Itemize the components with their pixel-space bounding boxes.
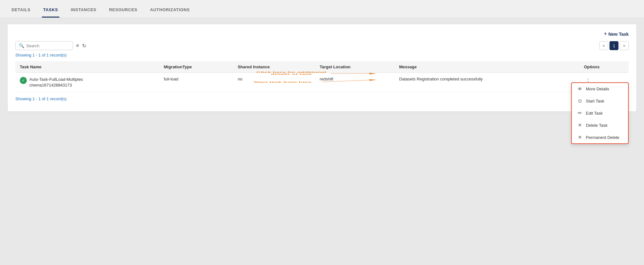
current-page-top[interactable]: 1 (610, 41, 618, 50)
dropdown-start-task[interactable]: ⊙ Start Task (572, 95, 628, 107)
options-cell: ⋮ 👁 More Details ⊙ Start Task (579, 73, 629, 92)
dropdown-more-details[interactable]: 👁 More Details (572, 83, 628, 95)
tasks-card: + New Task 🔍 ≡ ↻ < 1 > Showing 1 - 1 of … (8, 24, 636, 111)
delete-x-icon: ✕ (577, 122, 583, 128)
eye-icon: 👁 (577, 86, 583, 92)
migration-type-cell: full-load (159, 73, 233, 92)
dropdown-delete-task[interactable]: ✕ Delete Task (572, 119, 628, 131)
tab-instances[interactable]: INSTANCES (70, 7, 98, 18)
toolbar: + New Task (15, 31, 629, 37)
dropdown-permanent-delete[interactable]: ✕ Permanent Delete (572, 131, 628, 143)
permanent-delete-label: Permanent Delete (586, 135, 619, 140)
target-location-cell: redshift (315, 73, 395, 92)
search-box[interactable]: 🔍 (15, 41, 73, 50)
bottom-row: Showing 1 - 1 of 1 record(s) < 1 > (15, 96, 629, 105)
col-options: Options (579, 61, 629, 73)
task-name-line2: chema1671428843173 (29, 82, 83, 88)
search-left: 🔍 ≡ ↻ (15, 41, 86, 50)
tab-resources[interactable]: RESOURCES (108, 7, 139, 18)
plus-icon: + (604, 31, 607, 37)
table-row: ✓ Auto-Task-FullLoad-Multiples chema1671… (15, 73, 629, 92)
col-message: Message (395, 61, 579, 73)
pagination-top: < 1 > (599, 41, 629, 50)
records-label-bottom: Showing 1 - 1 of 1 record(s) (15, 96, 66, 101)
edit-task-label: Edit Task (586, 111, 603, 116)
search-icon: 🔍 (19, 43, 24, 48)
col-task-name: Task Name (15, 61, 159, 73)
top-navigation: DETAILS TASKS INSTANCES RESOURCES AUTHOR… (0, 0, 644, 18)
col-shared-instance: Shared Instance (233, 61, 315, 73)
delete-task-label: Delete Task (586, 123, 608, 128)
shared-instance-cell: no (233, 73, 315, 92)
message-cell: Datasets Registration completed successf… (395, 73, 579, 92)
tab-tasks[interactable]: TASKS (42, 7, 59, 18)
col-migration-type: MigrationType (159, 61, 233, 73)
tasks-table: Task Name MigrationType Shared Instance … (15, 61, 629, 92)
dropdown-edit-task[interactable]: ✏ Edit Task (572, 107, 628, 119)
tab-details[interactable]: DETAILS (10, 7, 32, 18)
play-icon: ⊙ (577, 98, 583, 104)
status-success-icon: ✓ (20, 77, 27, 84)
search-row: 🔍 ≡ ↻ < 1 > (15, 41, 629, 50)
table-header: Task Name MigrationType Shared Instance … (15, 61, 629, 73)
options-dropdown: 👁 More Details ⊙ Start Task ✏ Edit Task (571, 82, 629, 144)
tab-authorizations[interactable]: AUTHORIZATIONS (149, 7, 191, 18)
new-task-button[interactable]: + New Task (604, 31, 629, 37)
task-name-cell: ✓ Auto-Task-FullLoad-Multiples chema1671… (15, 73, 159, 92)
records-label-top: Showing 1 - 1 of 1 record(s) (15, 53, 629, 57)
main-content: + New Task 🔍 ≡ ↻ < 1 > Showing 1 - 1 of … (0, 18, 644, 265)
refresh-icon[interactable]: ↻ (82, 43, 86, 49)
prev-page-button-top[interactable]: < (599, 41, 608, 50)
filter-icon[interactable]: ≡ (76, 43, 79, 49)
col-target-location: Target Location (315, 61, 395, 73)
task-name-line1: Auto-Task-FullLoad-Multiples (29, 77, 83, 82)
task-name-text: Auto-Task-FullLoad-Multiples chema167142… (29, 77, 83, 88)
table-container: Task Name MigrationType Shared Instance … (15, 61, 629, 92)
start-task-label: Start Task (586, 99, 604, 103)
more-details-label: More Details (586, 87, 609, 91)
next-page-button-top[interactable]: > (620, 41, 629, 50)
permanent-delete-x-icon: ✕ (577, 134, 583, 140)
search-input[interactable] (26, 43, 68, 48)
new-task-label: New Task (608, 32, 629, 37)
edit-icon: ✏ (577, 110, 583, 116)
